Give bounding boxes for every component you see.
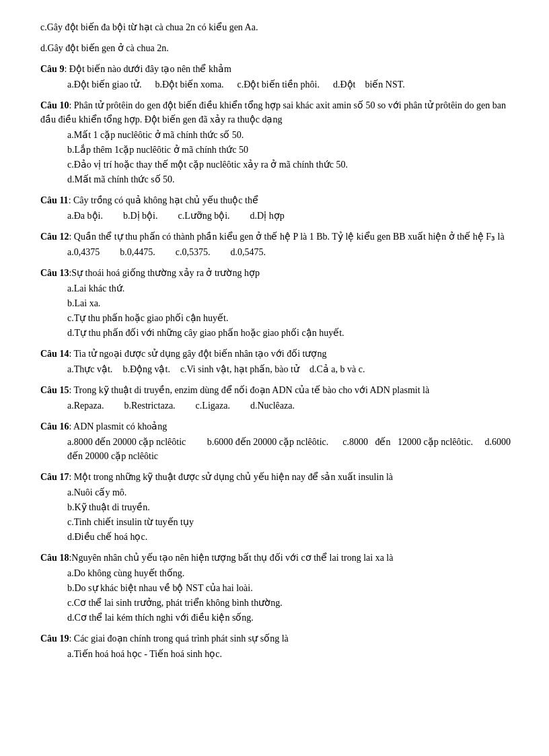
q17-opt-c: c.Tinh chiết insulin từ tuyến tụy bbox=[67, 515, 515, 529]
question-9: Câu 9: Đột biến nào dưới đây tạo nên thể… bbox=[40, 62, 515, 92]
q14-text: : Tia tử ngoại được sử dụng gây đột biến… bbox=[69, 349, 326, 359]
question-10: Câu 10: Phân tử prôtêin do gen đột biến … bbox=[40, 98, 515, 186]
q9-opt-c: c.Đột biến tiền phôi. bbox=[237, 77, 320, 92]
q18-opt-c: c.Cơ thể lai sinh trưởng, phát triển khô… bbox=[67, 596, 515, 610]
q11-bold: Câu 11 bbox=[40, 195, 69, 205]
question-17: Câu 17: Một trong những kỹ thuật được sử… bbox=[40, 470, 515, 544]
question-15: Câu 15: Trong kỹ thuật di truyền, enzim … bbox=[40, 383, 515, 413]
question-15-title-row: Câu 15: Trong kỹ thuật di truyền, enzim … bbox=[40, 383, 515, 397]
q14-opt-c: c.Vi sinh vật, hạt phấn, bào tử bbox=[180, 362, 299, 376]
question-9-title-row: Câu 9: Đột biến nào dưới đây tạo nên thể… bbox=[40, 62, 515, 76]
q10-opt-b: b.Lắp thêm 1cặp nuclêôtic ở mã chính thứ… bbox=[67, 143, 515, 157]
q10-opt-c: c.Đảo vị trí hoặc thay thế một cặp nuclê… bbox=[67, 158, 515, 172]
q13-opt-d: d.Tự thu phấn đối với những cây giao phấ… bbox=[67, 326, 515, 340]
q14-options: a.Thực vật. b.Động vật. c.Vi sinh vật, h… bbox=[67, 362, 515, 376]
q10-opt-d: d.Mất mã chính thức số 50. bbox=[67, 172, 515, 186]
question-14-title-row: Câu 14: Tia tử ngoại được sử dụng gây độ… bbox=[40, 347, 515, 361]
q10-opt-a: a.Mất 1 cặp nuclêôtic ở mã chính thức số… bbox=[67, 128, 515, 142]
q11-opt-d: d.Dị hợp bbox=[250, 209, 285, 223]
q13-text: :Sự thoái hoá giống thường xảy ra ở trườ… bbox=[69, 268, 260, 278]
q19-text: : Các giai đoạn chính trong quá trình ph… bbox=[69, 633, 288, 644]
q15-opt-a: a.Repaza. bbox=[67, 399, 104, 413]
q19-opt-a: a.Tiến hoá hoá học - Tiến hoá sinh học. bbox=[67, 647, 515, 661]
q18-options: a.Do không cùng huyết thống. b.Do sự khá… bbox=[67, 566, 515, 625]
q13-opt-a: a.Lai khác thứ. bbox=[67, 281, 515, 296]
q12-opt-c: c.0,5375. bbox=[176, 245, 211, 259]
q19-bold: Câu 19 bbox=[40, 633, 69, 644]
question-18-title-row: Câu 18:Nguyên nhân chủ yếu tạo nên hiện … bbox=[40, 551, 515, 565]
q10-bold: Câu 10 bbox=[40, 100, 69, 110]
item-d1: d.Gây đột biến gen ở cà chua 2n. bbox=[40, 41, 515, 55]
q19-options: a.Tiến hoá hoá học - Tiến hoá sinh học. bbox=[67, 647, 515, 661]
q16-bold: Câu 16 bbox=[40, 421, 69, 432]
item-d1-text: d.Gây đột biến gen ở cà chua 2n. bbox=[40, 43, 169, 53]
q17-text: : Một trong những kỹ thuật được sử dụng … bbox=[69, 472, 393, 482]
q12-opt-b: b.0,4475. bbox=[120, 245, 155, 259]
item-c1-text: c.Gây đột biến đa bội từ hạt cà chua 2n … bbox=[40, 22, 258, 32]
q9-opt-d: d.Đột biến NST. bbox=[333, 77, 405, 92]
question-11-title-row: Câu 11: Cây trồng có quả không hạt chủ y… bbox=[40, 193, 515, 207]
question-14: Câu 14: Tia tử ngoại được sử dụng gây độ… bbox=[40, 347, 515, 376]
question-12: Câu 12: Quần thể tự thu phấn có thành ph… bbox=[40, 230, 515, 259]
q15-bold: Câu 15 bbox=[40, 385, 69, 395]
q13-bold: Câu 13 bbox=[40, 268, 69, 278]
q17-opt-b: b.Kỹ thuật di truyền. bbox=[67, 500, 515, 514]
q18-text: :Nguyên nhân chủ yếu tạo nên hiện tượng … bbox=[69, 553, 393, 563]
q12-opt-d: d.0,5475. bbox=[230, 245, 266, 259]
q18-opt-b: b.Do sự khác biệt nhau về bộ NST của hai… bbox=[67, 581, 515, 595]
q9-options: a.Đột biến giao tử. b.Đột biến xoma. c.Đ… bbox=[67, 77, 515, 92]
q12-bold: Câu 12 bbox=[40, 232, 69, 242]
q10-text: : Phân tử prôtêin do gen đột biến điều k… bbox=[40, 100, 506, 125]
q13-opt-b: b.Lai xa. bbox=[67, 296, 515, 310]
q17-options: a.Nuôi cấy mô. b.Kỹ thuật di truyền. c.T… bbox=[67, 485, 515, 544]
q16-text: : ADN plasmit có khoảng bbox=[69, 421, 167, 432]
q12-text: : Quần thể tự thu phấn có thành phần kiể… bbox=[69, 232, 504, 242]
question-12-title-row: Câu 12: Quần thể tự thu phấn có thành ph… bbox=[40, 230, 515, 244]
question-19: Câu 19: Các giai đoạn chính trong quá tr… bbox=[40, 631, 515, 661]
q11-text: : Cây trồng có quả không hạt chủ yếu thu… bbox=[69, 195, 258, 205]
q11-options: a.Đa bội. b.Dị bội. c.Lưỡng bội. d.Dị hợ… bbox=[67, 209, 515, 223]
question-18: Câu 18:Nguyên nhân chủ yếu tạo nên hiện … bbox=[40, 551, 515, 625]
q15-opt-d: d.Nuclêaza. bbox=[250, 399, 295, 413]
item-c1: c.Gây đột biến đa bội từ hạt cà chua 2n … bbox=[40, 20, 515, 34]
q17-opt-a: a.Nuôi cấy mô. bbox=[67, 485, 515, 500]
q11-opt-a: a.Đa bội. bbox=[67, 209, 103, 223]
page-content: c.Gây đột biến đa bội từ hạt cà chua 2n … bbox=[40, 20, 515, 661]
q13-opt-c: c.Tự thu phấn hoặc giao phối cận huyết. bbox=[67, 311, 515, 325]
q10-options: a.Mất 1 cặp nuclêôtic ở mã chính thức số… bbox=[67, 128, 515, 186]
q11-opt-b: b.Dị bội. bbox=[123, 209, 158, 223]
q18-bold: Câu 18 bbox=[40, 553, 69, 563]
q16-options: a.8000 đến 20000 cặp nclêôtic b.6000 đến… bbox=[67, 435, 515, 463]
question-13-title-row: Câu 13:Sự thoái hoá giống thường xảy ra … bbox=[40, 266, 515, 280]
q15-opt-b: b.Restrictaza. bbox=[124, 399, 175, 413]
q17-opt-d: d.Điều chế hoá học. bbox=[67, 530, 515, 544]
question-10-title-row: Câu 10: Phân tử prôtêin do gen đột biến … bbox=[40, 98, 515, 127]
q18-opt-a: a.Do không cùng huyết thống. bbox=[67, 566, 515, 580]
q13-options: a.Lai khác thứ. b.Lai xa. c.Tự thu phấn … bbox=[67, 281, 515, 340]
q14-opt-b: b.Động vật. bbox=[122, 362, 170, 376]
q12-options: a.0,4375 b.0,4475. c.0,5375. d.0,5475. bbox=[67, 245, 515, 259]
q12-opt-a: a.0,4375 bbox=[67, 245, 100, 259]
question-17-title-row: Câu 17: Một trong những kỹ thuật được sử… bbox=[40, 470, 515, 484]
q18-opt-d: d.Cơ thể lai kém thích nghi với điều kiệ… bbox=[67, 611, 515, 625]
q9-bold: Câu 9 bbox=[40, 64, 64, 74]
q9-text: : Đột biến nào dưới đây tạo nên thể khảm bbox=[64, 64, 231, 74]
q14-bold: Câu 14 bbox=[40, 349, 69, 359]
question-11: Câu 11: Cây trồng có quả không hạt chủ y… bbox=[40, 193, 515, 223]
question-13: Câu 13:Sự thoái hoá giống thường xảy ra … bbox=[40, 266, 515, 340]
question-16: Câu 16: ADN plasmit có khoảng a.8000 đến… bbox=[40, 419, 515, 463]
question-16-title-row: Câu 16: ADN plasmit có khoảng bbox=[40, 419, 515, 434]
question-19-title-row: Câu 19: Các giai đoạn chính trong quá tr… bbox=[40, 631, 515, 646]
q9-opt-b: b.Đột biến xoma. bbox=[155, 77, 224, 92]
q16-opt-ab: a.8000 đến 20000 cặp nclêôtic b.6000 đến… bbox=[67, 437, 511, 461]
q9-opt-a: a.Đột biến giao tử. bbox=[67, 77, 142, 92]
q15-text: : Trong kỹ thuật di truyền, enzim dùng đ… bbox=[69, 385, 429, 395]
q15-options: a.Repaza. b.Restrictaza. c.Ligaza. d.Nuc… bbox=[67, 399, 515, 413]
q15-opt-c: c.Ligaza. bbox=[196, 399, 230, 413]
q14-opt-a: a.Thực vật. bbox=[67, 362, 112, 376]
q14-opt-d: d.Cả a, b và c. bbox=[309, 362, 365, 376]
q11-opt-c: c.Lưỡng bội. bbox=[178, 209, 229, 223]
q17-bold: Câu 17 bbox=[40, 472, 69, 482]
